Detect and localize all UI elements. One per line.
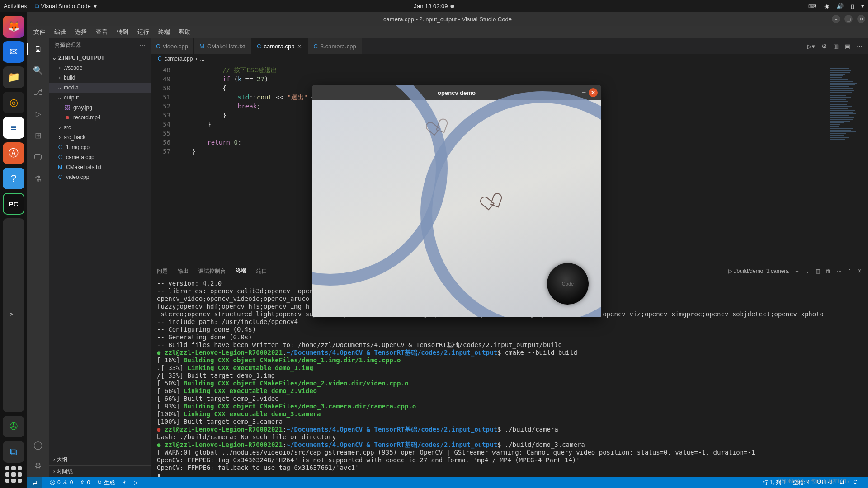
keyboard-icon[interactable]: ⌨	[808, 3, 817, 9]
tab-video.cpp[interactable]: Cvideo.cpp	[151, 38, 194, 54]
close-tab-icon[interactable]: ✕	[297, 43, 302, 50]
split-terminal-icon[interactable]: ▥	[815, 268, 820, 274]
source-control-icon[interactable]: ⎇	[32, 86, 44, 98]
menu-文件[interactable]: 文件	[33, 28, 45, 36]
dock-libreoffice-icon[interactable]: ≡	[3, 117, 24, 139]
launch-target[interactable]: ▷ ./build/demo_3.camera	[728, 268, 789, 274]
tab-more-icon[interactable]: ⋯	[857, 43, 863, 50]
maximize-panel-icon[interactable]: ⌃	[847, 268, 852, 274]
debug-icon[interactable]: ▷	[32, 108, 44, 120]
tree-build[interactable]: ›build	[49, 73, 151, 83]
dock-wechat-icon[interactable]: ✇	[3, 416, 24, 437]
status-ports[interactable]: ⇪ 0	[80, 479, 90, 486]
minimap[interactable]	[827, 64, 868, 264]
tree-output[interactable]: ⌄output	[49, 93, 151, 103]
status-lang[interactable]: C++	[853, 479, 863, 487]
tree-video.cpp[interactable]: Cvideo.cpp	[49, 172, 151, 182]
close-panel-icon[interactable]: ✕	[857, 268, 862, 274]
app-menu[interactable]: ⧉Visual Studio Code ▼	[35, 3, 98, 10]
battery-icon[interactable]: ▯	[851, 3, 854, 9]
account-icon[interactable]: ◯	[32, 439, 44, 451]
tab-CMakeLists.txt[interactable]: MCMakeLists.txt	[194, 38, 251, 54]
tree-gray.jpg[interactable]: 🖼gray.jpg	[49, 103, 151, 113]
split-editor-icon[interactable]: ▥	[833, 43, 839, 50]
opencv-minimize-icon[interactable]: –	[582, 89, 586, 97]
dock-pycharm-icon[interactable]: PC	[3, 193, 24, 215]
panel-tab-端口[interactable]: 端口	[256, 267, 267, 275]
activities-button[interactable]: Activities	[4, 3, 27, 9]
tree-media[interactable]: ⌄media	[49, 83, 151, 93]
gnome-top-bar: Activities ⧉Visual Studio Code ▼ Jan 13 …	[0, 0, 868, 12]
dock-rhythmbox-icon[interactable]: ◎	[3, 92, 24, 113]
test-icon[interactable]: ⚗	[32, 173, 44, 185]
tab-camera.cpp[interactable]: Ccamera.cpp✕	[251, 38, 308, 54]
layout-icon[interactable]: ▣	[845, 43, 850, 50]
wifi-icon[interactable]: ◉	[824, 3, 829, 9]
remote-icon[interactable]: 🖵	[32, 151, 44, 163]
settings-gear-icon[interactable]: ⚙	[821, 43, 827, 50]
tree-camera.cpp[interactable]: Ccamera.cpp	[49, 152, 151, 162]
breadcrumb[interactable]: C camera.cpp › ...	[151, 54, 868, 64]
new-terminal-icon[interactable]: ＋	[794, 267, 800, 275]
opencv-close-icon[interactable]: ✕	[589, 88, 598, 97]
activity-bar: 🗎 🔍 ⎇ ▷ ⊞ 🖵 ⚗ ◯ ⚙	[27, 38, 49, 477]
remote-status-icon[interactable]: ⇄	[27, 477, 42, 488]
dock-thunderbird-icon[interactable]: ✉	[3, 41, 24, 63]
status-bar: ⇄ ⓧ 0 ⚠ 0 ⇪ 0 ↻ 生成 ✶ ▷ 行 1, 列 1 空格: 4 UT…	[27, 477, 868, 488]
opencv-video-frame: Code	[312, 100, 601, 317]
run-dropdown-icon[interactable]: ▷▾	[807, 43, 815, 50]
dock-terminal-icon[interactable]: >_	[3, 218, 24, 412]
tab-3.camera.cpp[interactable]: C3.camera.cpp	[308, 38, 362, 54]
menu-查看[interactable]: 查看	[96, 28, 108, 36]
power-menu-icon[interactable]: ▾	[861, 3, 864, 9]
tree-record.mp4[interactable]: ⏺record.mp4	[49, 113, 151, 122]
dock-software-icon[interactable]: Ⓐ	[3, 142, 24, 164]
menu-运行[interactable]: 运行	[137, 28, 149, 36]
volume-icon[interactable]: 🔊	[836, 3, 844, 9]
show-apps-button[interactable]	[5, 466, 22, 483]
dock-vscode-icon[interactable]: ⧉	[3, 441, 24, 463]
menu-帮助[interactable]: 帮助	[179, 28, 191, 36]
root-folder[interactable]: ⌄2.INPUT_OUTPUT	[49, 53, 151, 63]
panel-more-icon[interactable]: ⋯	[836, 268, 842, 274]
sidebar-more-icon[interactable]: ⋯	[140, 42, 145, 48]
dock-files-icon[interactable]: 📁	[3, 66, 24, 88]
chevron-down-icon[interactable]: ⌄	[805, 268, 810, 274]
explorer-icon[interactable]: 🗎	[27, 43, 49, 55]
menu-选择[interactable]: 选择	[75, 28, 87, 36]
timeline-section[interactable]: › 时间线	[49, 465, 151, 477]
panel-tab-问题[interactable]: 问题	[157, 267, 168, 275]
dock-firefox-icon[interactable]: 🦊	[3, 16, 24, 38]
explorer-sidebar: 资源管理器 ⋯ ⌄2.INPUT_OUTPUT ›.vscode›build⌄m…	[49, 38, 151, 477]
tree-src_back[interactable]: ›src_back	[49, 132, 151, 142]
menu-转到[interactable]: 转到	[117, 28, 128, 36]
clock[interactable]: Jan 13 02:09	[414, 3, 448, 9]
tree-CMakeLists.txt[interactable]: MCMakeLists.txt	[49, 162, 151, 172]
dock-help-icon[interactable]: ?	[3, 168, 24, 189]
panel-tab-调试控制台[interactable]: 调试控制台	[198, 267, 226, 275]
editor-tabs: Cvideo.cppMCMakeLists.txtCcamera.cpp✕C3.…	[151, 38, 868, 54]
tree-1.img.cpp[interactable]: C1.img.cpp	[49, 142, 151, 152]
window-title: camera.cpp - 2.input_output - Visual Stu…	[383, 16, 512, 23]
notification-dot-icon	[451, 5, 454, 8]
outline-section[interactable]: › 大纲	[49, 454, 151, 465]
tree-.vscode[interactable]: ›.vscode	[49, 63, 151, 73]
menu-终端[interactable]: 终端	[158, 28, 170, 36]
menu-编辑[interactable]: 编辑	[54, 28, 66, 36]
gear-icon[interactable]: ⚙	[32, 460, 44, 472]
trash-icon[interactable]: 🗑	[826, 268, 831, 274]
panel-tab-终端[interactable]: 终端	[236, 267, 246, 275]
minimize-button[interactable]: –	[832, 15, 840, 23]
status-live[interactable]: ↻ 生成	[97, 479, 115, 487]
camera-button-icon: Code	[547, 263, 589, 305]
tree-src[interactable]: ›src	[49, 122, 151, 132]
opencv-title-label: opencv demo	[438, 89, 476, 96]
maximize-button[interactable]: ▢	[844, 15, 853, 23]
search-icon[interactable]: 🔍	[32, 65, 44, 76]
status-run[interactable]: ▷	[134, 479, 138, 486]
extensions-icon[interactable]: ⊞	[32, 130, 44, 141]
panel-tab-输出[interactable]: 输出	[178, 267, 189, 275]
status-build[interactable]: ✶	[122, 479, 127, 486]
close-button[interactable]: ✕	[857, 15, 865, 23]
status-errors[interactable]: ⓧ 0 ⚠ 0	[50, 479, 73, 487]
